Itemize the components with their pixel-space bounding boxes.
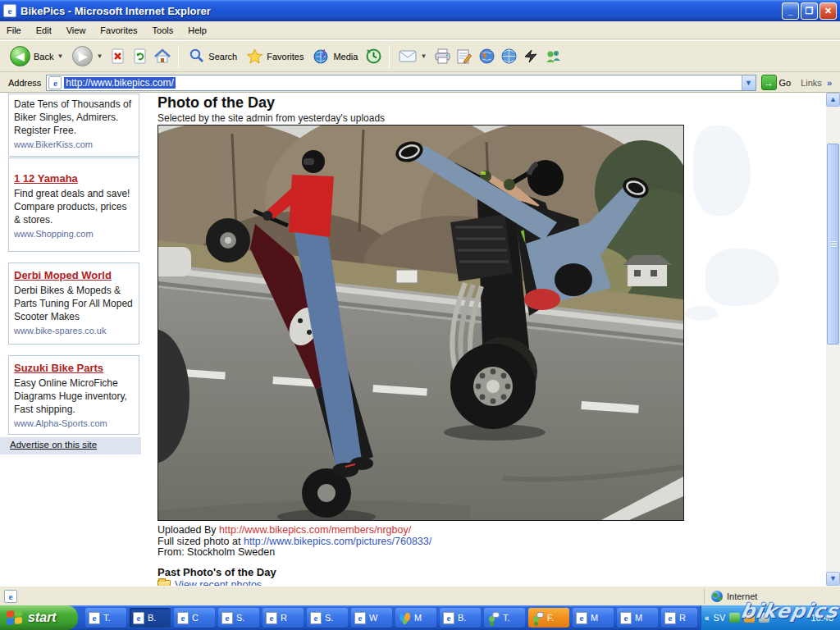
forward-dropdown-icon[interactable]: ▼	[96, 52, 103, 60]
vertical-scrollbar[interactable]: ▲ ▼	[826, 93, 840, 586]
language-indicator[interactable]: SV	[714, 613, 726, 623]
menu-bar: File Edit View Favorites Tools Help	[0, 21, 840, 39]
member-link[interactable]: http://www.bikepics.com/members/nrgboy/	[219, 524, 411, 536]
volume-icon[interactable]	[759, 613, 769, 623]
taskbar-window-9[interactable]: eB.	[440, 608, 481, 628]
mail-icon	[399, 49, 417, 63]
back-button[interactable]: ◀ Back ▼	[7, 44, 66, 68]
photo-of-the-day[interactable]	[158, 125, 684, 521]
page-subtitle: Selected by the site admin from yesterda…	[158, 112, 385, 124]
taskbar-window-14[interactable]: eR	[661, 608, 697, 628]
ad-url-link[interactable]: www.Alpha-Sports.com	[14, 417, 134, 430]
taskbar-window-12[interactable]: eM	[573, 608, 614, 628]
close-button[interactable]: ✕	[819, 2, 837, 20]
taskbar-window-msn[interactable]: M	[395, 608, 436, 628]
scrollbar-grip	[831, 241, 837, 248]
ad-body: Derbi Bikes & Mopeds & Parts Tuning For …	[14, 285, 133, 322]
mail-dropdown-icon[interactable]: ▼	[420, 52, 427, 60]
back-dropdown-icon[interactable]: ▼	[57, 52, 63, 60]
taskbar-window-4[interactable]: eS.	[218, 608, 259, 628]
scroll-up-icon[interactable]: ▲	[826, 93, 840, 107]
taskbar-window-6[interactable]: eS.	[307, 608, 348, 628]
view-recent-photos-link[interactable]: View recent photos	[158, 579, 262, 586]
stop-icon	[110, 48, 126, 65]
minimize-button[interactable]: _	[782, 2, 799, 20]
ie-icon: e	[576, 612, 587, 624]
stop-button[interactable]	[108, 47, 128, 66]
print-icon	[434, 48, 451, 64]
address-url-text[interactable]: http://www.bikepics.com/	[64, 77, 175, 89]
menu-favorites[interactable]: Favorites	[100, 25, 137, 35]
update-icon[interactable]	[744, 613, 755, 623]
messenger-button[interactable]	[543, 47, 563, 66]
home-button[interactable]	[153, 47, 172, 66]
windows-flag-icon	[7, 609, 23, 626]
scroll-down-icon[interactable]: ▼	[826, 572, 840, 586]
ad-title-link[interactable]: 1 12 Yamaha	[14, 172, 134, 185]
address-input[interactable]: e http://www.bikepics.com/ ▼	[46, 75, 756, 91]
edit-button[interactable]	[454, 47, 474, 66]
hide-icons-chevron[interactable]: «	[705, 614, 710, 623]
main-column: Photo of the Day Selected by the site ad…	[158, 93, 699, 586]
taskbar-window-3[interactable]: eC	[174, 608, 215, 628]
network-icon[interactable]	[729, 613, 740, 623]
taskbar-window-13[interactable]: eM	[617, 608, 658, 628]
internet-zone-icon	[711, 591, 723, 602]
discuss-button[interactable]	[477, 47, 496, 66]
globe-blue-icon	[500, 48, 518, 65]
history-button[interactable]	[363, 47, 383, 66]
start-button[interactable]: start	[0, 605, 78, 630]
messenger-icon	[487, 612, 500, 624]
mail-button[interactable]: ▼	[395, 48, 430, 65]
watermark-blob	[693, 126, 751, 216]
road-sign	[396, 270, 418, 283]
address-dropdown-icon[interactable]: ▼	[742, 75, 756, 90]
refresh-button[interactable]	[130, 47, 150, 66]
menu-edit[interactable]: Edit	[36, 25, 52, 35]
print-button[interactable]	[432, 47, 452, 66]
lightning-icon	[523, 48, 539, 65]
taskbar-window-7[interactable]: eW	[351, 608, 392, 628]
ad-bikerkiss: Date Tens of Thousands of Biker Singles,…	[8, 94, 139, 157]
forward-button[interactable]: ▶ ▼	[69, 44, 106, 68]
search-button[interactable]: Search	[185, 46, 240, 66]
picture-link[interactable]: http://www.bikepics.com/pictures/760833/	[244, 536, 431, 547]
ie-icon: e	[133, 612, 144, 624]
restore-button[interactable]: ❐	[801, 2, 818, 20]
ad-url-link[interactable]: www.BikerKiss.com	[14, 138, 134, 151]
ad-url-link[interactable]: www.bike-spares.co.uk	[14, 324, 134, 337]
taskbar-window-1[interactable]: eT.	[85, 608, 126, 628]
msn-icon	[399, 612, 411, 624]
browser-window: e BikePics - Microsoft Internet Explorer…	[0, 0, 840, 630]
menu-help[interactable]: Help	[188, 25, 207, 35]
menu-tools[interactable]: Tools	[153, 25, 174, 35]
scrollbar-thumb[interactable]	[827, 144, 839, 345]
taskbar-clock: 16:48	[810, 613, 833, 623]
go-label[interactable]: Go	[779, 78, 792, 88]
ad-title-link[interactable]: Suzuki Bike Parts	[14, 362, 134, 375]
browser-sync-button[interactable]	[499, 47, 518, 66]
advertise-link[interactable]: Advertise on this site	[0, 437, 141, 454]
messenger-launch-button[interactable]	[521, 47, 541, 66]
photo-meta: Uploaded By http://www.bikepics.com/memb…	[158, 525, 431, 559]
links-toolbar[interactable]: Links »	[801, 78, 832, 88]
standard-toolbar: ◀ Back ▼ ▶ ▼ Search Favorites Media	[0, 40, 840, 72]
zone-label: Internet	[727, 591, 757, 601]
ad-url-link[interactable]: www.Shopping.com	[14, 227, 134, 240]
ad-title-link[interactable]: Derbi Moped World	[14, 269, 134, 282]
search-icon	[188, 48, 205, 65]
go-button[interactable]: →	[761, 75, 777, 90]
taskbar-messenger-1[interactable]: T.	[484, 608, 525, 628]
taskbar-window-2-active[interactable]: eB.	[130, 608, 171, 628]
edit-icon	[456, 48, 472, 65]
taskbar-window-5[interactable]: eR	[262, 608, 304, 628]
taskbar-messenger-alert[interactable]: F.	[528, 608, 569, 628]
media-button[interactable]: Media	[309, 46, 361, 66]
menu-file[interactable]: File	[7, 25, 21, 35]
favorites-button[interactable]: Favorites	[243, 47, 307, 66]
links-chevron-icon[interactable]: »	[827, 78, 832, 88]
ie-icon: e	[664, 612, 676, 624]
stunt-photo-illustration	[158, 126, 683, 520]
ad-suzuki: Suzuki Bike Parts Easy Online MicroFiche…	[8, 355, 139, 435]
menu-view[interactable]: View	[66, 25, 86, 35]
